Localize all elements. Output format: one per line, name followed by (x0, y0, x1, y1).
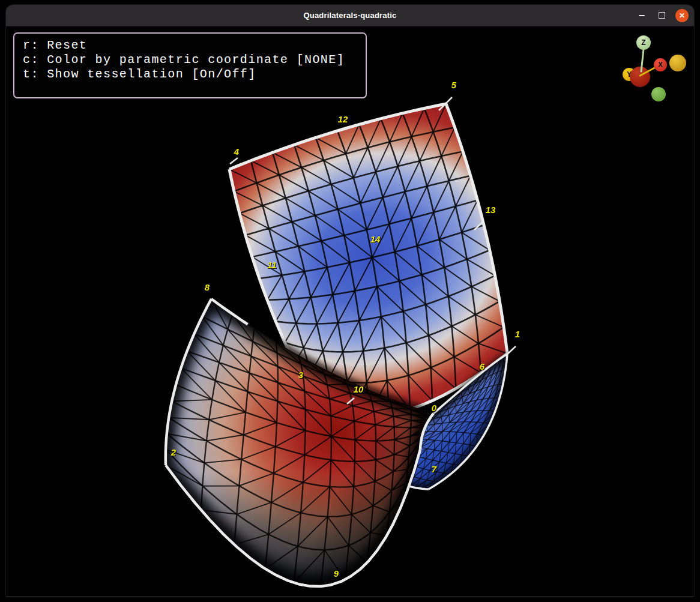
point-label-0: 0 (432, 403, 437, 413)
point-label-11: 11 (267, 260, 277, 270)
point-label-6: 6 (480, 361, 485, 372)
help-line-tessellation: t: Show tessellation [On/Off] (23, 67, 357, 82)
point-label-14: 14 (370, 234, 381, 244)
scene-svg: 01234567891011121314YXZ (6, 26, 694, 596)
point-label-4: 4 (234, 146, 240, 157)
origin-sphere[interactable] (630, 67, 650, 87)
help-line-color: c: Color by parametric coordinate [NONE] (23, 53, 357, 67)
desktop-background: { "window": { "title": "Quadrilaterals-q… (0, 0, 700, 602)
close-button[interactable]: ✕ (675, 9, 689, 22)
point-label-7: 7 (432, 464, 437, 474)
green-sphere[interactable] (651, 87, 666, 101)
point-label-8: 8 (205, 282, 210, 292)
orientation-axes-widget[interactable]: YXZ (623, 35, 686, 101)
point-label-13: 13 (486, 205, 496, 215)
point-label-9: 9 (334, 568, 339, 579)
maximize-button[interactable] (655, 8, 669, 22)
help-line-reset: r: Reset (23, 38, 357, 53)
point-label-12: 12 (338, 114, 348, 124)
z-axis-ball-label: Z (641, 38, 645, 47)
x-axis-ball-label: X (658, 61, 663, 69)
help-overlay: r: Resetc: Color by parametric coordinat… (13, 32, 367, 98)
render-viewport[interactable]: 01234567891011121314YXZ r: Resetc: Color… (6, 26, 694, 596)
app-window: Quadrilaterals-quadratic ✕ 0123456789101… (6, 5, 694, 596)
titlebar[interactable]: Quadrilaterals-quadratic ✕ (6, 5, 694, 26)
close-icon: ✕ (679, 12, 685, 19)
point-label-1: 1 (515, 329, 520, 339)
minimize-button[interactable] (635, 8, 648, 22)
point-label-5: 5 (451, 80, 457, 90)
maximize-icon (659, 12, 665, 19)
point-label-2: 2 (170, 447, 177, 457)
minimize-icon (639, 15, 645, 16)
window-title: Quadrilaterals-quadratic (303, 11, 396, 20)
point-label-10: 10 (354, 384, 364, 394)
point-label-3: 3 (298, 370, 304, 380)
window-controls: ✕ (635, 5, 689, 26)
gold-sphere[interactable] (669, 55, 686, 71)
